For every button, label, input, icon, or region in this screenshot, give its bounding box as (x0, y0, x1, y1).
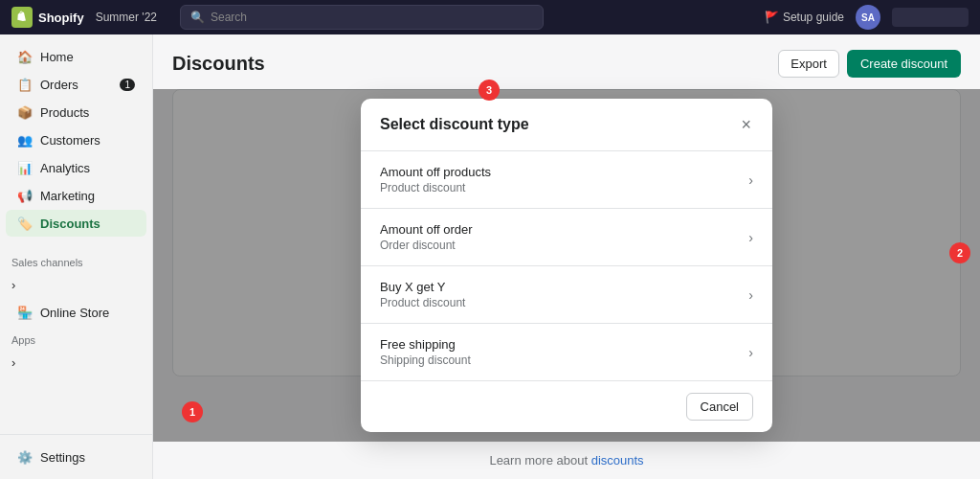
marketing-icon: 📢 (17, 188, 33, 203)
discount-option-amount-off-order[interactable]: Amount off order Order discount › (361, 209, 772, 266)
sidebar-item-label: Discounts (40, 217, 100, 231)
sidebar-item-discounts[interactable]: 🏷️ Discounts (6, 210, 146, 237)
orders-badge: 1 (120, 79, 135, 91)
option-sub: Shipping discount (380, 354, 471, 367)
modal-footer: Cancel (361, 380, 772, 432)
option-name: Buy X get Y (380, 280, 465, 294)
sidebar-item-label: Settings (40, 450, 85, 465)
sidebar-item-label: Online Store (40, 306, 109, 320)
setup-guide-link[interactable]: 🚩 Setup guide (765, 11, 844, 24)
sidebar-item-label: Orders (40, 78, 78, 92)
sidebar-item-sales-channels-toggle[interactable]: › (0, 272, 152, 298)
chevron-right-icon: › (748, 172, 753, 188)
page-footer: Learn more about discounts (153, 442, 980, 479)
sidebar-item-customers[interactable]: 👥 Customers (6, 126, 146, 153)
discount-option-buy-x-get-y[interactable]: Buy X get Y Product discount › (361, 266, 772, 324)
option-sub: Product discount (380, 181, 491, 194)
chevron-right-icon: › (748, 345, 753, 360)
discounts-link[interactable]: discounts (591, 453, 644, 468)
store-icon: 🏪 (17, 305, 33, 320)
search-icon: 🔍 (190, 11, 205, 24)
chevron-right-icon: › (11, 355, 15, 370)
header-actions: Export Create discount (778, 50, 961, 78)
discount-option-amount-off-products[interactable]: Amount off products Product discount › (361, 151, 772, 209)
search-input[interactable] (211, 11, 533, 24)
sidebar-item-orders[interactable]: 📋 Orders 1 (6, 71, 146, 98)
settings-icon: ⚙️ (17, 449, 33, 465)
modal-close-button[interactable]: × (739, 114, 753, 135)
analytics-icon: 📊 (17, 160, 33, 175)
home-icon: 🏠 (17, 49, 33, 64)
search-bar[interactable]: 🔍 (180, 5, 544, 30)
sidebar-item-home[interactable]: 🏠 Home (6, 43, 146, 70)
modal-body: Amount off products Product discount › A… (361, 151, 772, 380)
option-text: Free shipping Shipping discount (380, 337, 471, 367)
sidebar-item-label: Home (40, 50, 74, 64)
sidebar-item-label: Products (40, 105, 89, 120)
option-sub: Order discount (380, 239, 473, 252)
chevron-right-icon: › (748, 230, 753, 245)
main-content: Discounts Export Create discount Select … (153, 34, 980, 479)
chevron-right-icon: › (11, 278, 15, 292)
orders-icon: 📋 (17, 77, 33, 92)
option-name: Free shipping (380, 337, 471, 352)
customers-icon: 👥 (17, 132, 33, 148)
discounts-icon: 🏷️ (17, 216, 33, 231)
products-icon: 📦 (17, 104, 33, 120)
page-title: Discounts (172, 53, 265, 75)
avatar[interactable]: SA (856, 5, 880, 30)
create-discount-button[interactable]: Create discount (847, 50, 961, 78)
page-header: Discounts Export Create discount (153, 34, 980, 89)
learn-more-text: Learn more about (489, 453, 588, 468)
topnav-right: 🚩 Setup guide SA (765, 5, 969, 30)
apps-label: Apps (0, 327, 152, 350)
option-name: Amount off products (380, 165, 491, 179)
shopify-logo: Shopify (11, 7, 84, 28)
sidebar-item-label: Customers (40, 133, 100, 148)
option-text: Amount off order Order discount (380, 222, 473, 252)
sidebar-item-apps-toggle[interactable]: › (0, 350, 152, 376)
option-sub: Product discount (380, 296, 465, 309)
sales-channels-label: Sales channels (0, 249, 152, 272)
page-wrapper: Shopify Summer '22 🔍 🚩 Setup guide SA 🏠 … (0, 0, 980, 479)
sidebar-item-settings[interactable]: ⚙️ Settings (6, 444, 146, 470)
logo-text: Shopify (38, 11, 84, 25)
option-text: Amount off products Product discount (380, 165, 491, 194)
sidebar-nav: 🏠 Home 📋 Orders 1 📦 Products 👥 Customers (0, 34, 152, 434)
sidebar-item-products[interactable]: 📦 Products (6, 99, 146, 125)
modal-overlay[interactable]: Select discount type × Amount off produc… (153, 89, 980, 442)
sidebar-item-marketing[interactable]: 📢 Marketing (6, 182, 146, 209)
app-layout: 🏠 Home 📋 Orders 1 📦 Products 👥 Customers (0, 34, 980, 479)
option-name: Amount off order (380, 222, 473, 237)
select-discount-modal: Select discount type × Amount off produc… (361, 99, 772, 432)
store-name: Summer '22 (96, 11, 157, 24)
account-name[interactable] (892, 8, 969, 27)
modal-title: Select discount type (380, 116, 529, 133)
discount-option-free-shipping[interactable]: Free shipping Shipping discount › (361, 324, 772, 380)
modal-header: Select discount type × (361, 99, 772, 151)
sidebar-item-online-store[interactable]: 🏪 Online Store (6, 299, 146, 326)
chevron-right-icon: › (748, 287, 753, 303)
shopify-icon (11, 7, 33, 28)
setup-guide-label: Setup guide (783, 11, 844, 24)
flag-icon: 🚩 (765, 11, 779, 24)
sidebar-footer: ⚙️ Settings (0, 434, 152, 479)
export-button[interactable]: Export (778, 50, 839, 78)
option-text: Buy X get Y Product discount (380, 280, 465, 309)
main-body: Select discount type × Amount off produc… (153, 89, 980, 442)
sidebar-item-analytics[interactable]: 📊 Analytics (6, 154, 146, 181)
sidebar: 🏠 Home 📋 Orders 1 📦 Products 👥 Customers (0, 34, 153, 479)
cancel-button[interactable]: Cancel (686, 393, 753, 421)
sidebar-item-label: Marketing (40, 189, 95, 203)
sidebar-item-label: Analytics (40, 161, 90, 175)
top-navigation: Shopify Summer '22 🔍 🚩 Setup guide SA (0, 0, 980, 34)
